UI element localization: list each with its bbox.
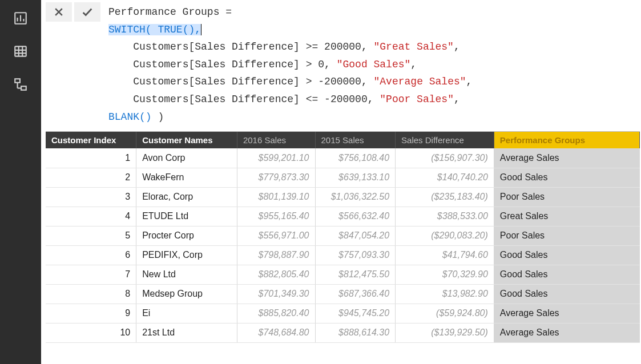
col-2016-sales[interactable]: 2016 Sales bbox=[237, 132, 315, 148]
cell-diff: $13,982.90 bbox=[396, 284, 494, 304]
cell-2015: $812,475.50 bbox=[315, 265, 396, 284]
table-row[interactable]: 1021st Ltd$748,684.80$888,614.30($139,92… bbox=[46, 323, 640, 342]
cell-diff: $41,794.60 bbox=[396, 245, 494, 265]
cell-diff: $70,329.90 bbox=[396, 265, 494, 284]
svg-rect-4 bbox=[15, 46, 26, 56]
col-performance-groups[interactable]: Performance Groups bbox=[494, 132, 639, 148]
measure-name: Performance Groups bbox=[108, 6, 219, 18]
cell-2016: $701,349.30 bbox=[237, 284, 315, 304]
switch-keyword: SWITCH( bbox=[108, 24, 152, 35]
cell-2015: $756,108.40 bbox=[315, 148, 396, 168]
table-row[interactable]: 8Medsep Group$701,349.30$687,366.40$13,9… bbox=[46, 284, 640, 304]
cell-2016: $779,873.30 bbox=[237, 168, 315, 187]
cell-index: 8 bbox=[46, 284, 136, 304]
cell-2015: $757,093.30 bbox=[315, 245, 396, 265]
col-2015-sales[interactable]: 2015 Sales bbox=[315, 132, 396, 148]
cell-2015: $1,036,322.50 bbox=[315, 187, 396, 207]
cell-2015: $945,745.20 bbox=[315, 304, 396, 323]
svg-rect-10 bbox=[21, 86, 26, 90]
cell-diff: ($290,083.20) bbox=[396, 226, 494, 245]
cell-name: PEDIFIX, Corp bbox=[136, 245, 237, 265]
data-table: Customer Index Customer Names 2016 Sales… bbox=[46, 132, 640, 343]
cell-diff: ($156,907.30) bbox=[396, 148, 494, 168]
cancel-button[interactable] bbox=[46, 2, 72, 22]
cell-2016: $955,165.40 bbox=[237, 207, 315, 226]
table-row[interactable]: 6PEDIFIX, Corp$798,887.90$757,093.30$41,… bbox=[46, 245, 640, 265]
table-row[interactable]: 1Avon Corp$599,201.10$756,108.40($156,90… bbox=[46, 148, 640, 168]
cell-performance-group: Poor Sales bbox=[494, 226, 639, 245]
cell-2016: $748,684.80 bbox=[237, 323, 315, 342]
table-row[interactable]: 4ETUDE Ltd$955,165.40$566,632.40$388,533… bbox=[46, 207, 640, 226]
view-switcher-rail bbox=[0, 0, 41, 364]
cell-diff: ($139,929.50) bbox=[396, 323, 494, 342]
cell-index: 7 bbox=[46, 265, 136, 284]
commit-button[interactable] bbox=[74, 2, 100, 22]
cell-2015: $847,054.20 bbox=[315, 226, 396, 245]
cell-performance-group: Good Sales bbox=[494, 168, 639, 187]
cell-index: 6 bbox=[46, 245, 136, 265]
col-customer-index[interactable]: Customer Index bbox=[46, 132, 136, 148]
cell-index: 1 bbox=[46, 148, 136, 168]
table-header: Customer Index Customer Names 2016 Sales… bbox=[46, 132, 640, 148]
cell-performance-group: Great Sales bbox=[494, 207, 639, 226]
cell-2015: $888,614.30 bbox=[315, 323, 396, 342]
table-row[interactable]: 9Ei$885,820.40$945,745.20($59,924.80)Ave… bbox=[46, 304, 640, 323]
cell-2016: $798,887.90 bbox=[237, 245, 315, 265]
blank-keyword: BLANK() bbox=[108, 111, 152, 123]
cell-name: 21st Ltd bbox=[136, 323, 237, 342]
main-content: Performance Groups = SWITCH( TRUE(), Cus… bbox=[41, 0, 641, 364]
cell-performance-group: Average Sales bbox=[494, 304, 639, 323]
cell-2016: $885,820.40 bbox=[237, 304, 315, 323]
cell-2015: $566,632.40 bbox=[315, 207, 396, 226]
cell-performance-group: Poor Sales bbox=[494, 187, 639, 207]
cell-performance-group: Average Sales bbox=[494, 323, 639, 342]
report-view-icon[interactable] bbox=[13, 10, 29, 26]
formula-actions bbox=[46, 0, 100, 24]
cell-index: 3 bbox=[46, 187, 136, 207]
cell-2016: $801,139.10 bbox=[237, 187, 315, 207]
cell-performance-group: Average Sales bbox=[494, 148, 639, 168]
cell-index: 4 bbox=[46, 207, 136, 226]
cell-index: 2 bbox=[46, 168, 136, 187]
cell-2016: $556,971.00 bbox=[237, 226, 315, 245]
data-view-icon[interactable] bbox=[13, 43, 29, 59]
col-customer-names[interactable]: Customer Names bbox=[136, 132, 237, 148]
cell-index: 9 bbox=[46, 304, 136, 323]
cell-name: Elorac, Corp bbox=[136, 187, 237, 207]
cell-performance-group: Good Sales bbox=[494, 284, 639, 304]
table-row[interactable]: 2WakeFern$779,873.30$639,133.10$140,740.… bbox=[46, 168, 640, 187]
cell-2015: $687,366.40 bbox=[315, 284, 396, 304]
cell-performance-group: Good Sales bbox=[494, 245, 639, 265]
cell-performance-group: Good Sales bbox=[494, 265, 639, 284]
col-sales-difference[interactable]: Sales Difference bbox=[396, 132, 494, 148]
svg-rect-9 bbox=[15, 79, 20, 83]
cell-name: New Ltd bbox=[136, 265, 237, 284]
cell-name: Ei bbox=[136, 304, 237, 323]
formula-bar: Performance Groups = SWITCH( TRUE(), Cus… bbox=[46, 0, 640, 132]
cell-name: ETUDE Ltd bbox=[136, 207, 237, 226]
dax-formula-editor[interactable]: Performance Groups = SWITCH( TRUE(), Cus… bbox=[106, 0, 640, 131]
cell-index: 10 bbox=[46, 323, 136, 342]
table-row[interactable]: 3Elorac, Corp$801,139.10$1,036,322.50($2… bbox=[46, 187, 640, 207]
cell-name: Avon Corp bbox=[136, 148, 237, 168]
text-cursor-icon bbox=[201, 24, 201, 35]
table-body: 1Avon Corp$599,201.10$756,108.40($156,90… bbox=[46, 148, 640, 342]
table-row[interactable]: 7New Ltd$882,805.40$812,475.50$70,329.90… bbox=[46, 265, 640, 284]
cell-2016: $599,201.10 bbox=[237, 148, 315, 168]
cell-name: WakeFern bbox=[136, 168, 237, 187]
cell-diff: $140,740.20 bbox=[396, 168, 494, 187]
cell-2016: $882,805.40 bbox=[237, 265, 315, 284]
table-row[interactable]: 5Procter Corp$556,971.00$847,054.20($290… bbox=[46, 226, 640, 245]
cell-2015: $639,133.10 bbox=[315, 168, 396, 187]
model-view-icon[interactable] bbox=[13, 76, 29, 92]
cell-index: 5 bbox=[46, 226, 136, 245]
cell-diff: ($59,924.80) bbox=[396, 304, 494, 323]
cell-name: Procter Corp bbox=[136, 226, 237, 245]
cell-diff: $388,533.00 bbox=[396, 207, 494, 226]
cell-diff: ($235,183.40) bbox=[396, 187, 494, 207]
cell-name: Medsep Group bbox=[136, 284, 237, 304]
